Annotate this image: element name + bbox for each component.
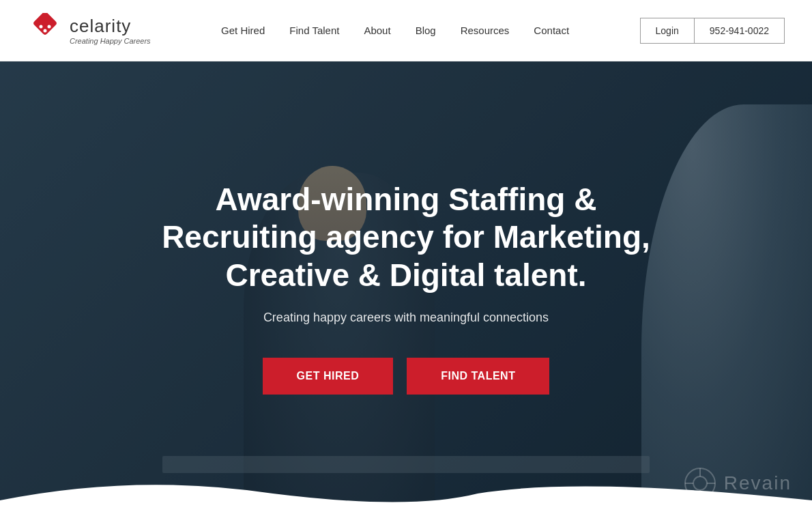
- header-actions: Login 952-941-0022: [640, 18, 785, 44]
- logo-icon: [27, 13, 63, 48]
- hero-get-hired-button[interactable]: Get Hired: [263, 358, 394, 395]
- main-nav: Get Hired Find Talent About Blog Resourc…: [221, 25, 569, 36]
- login-button[interactable]: Login: [640, 18, 694, 44]
- logo-text: celarity Creating Happy Careers: [70, 16, 151, 45]
- nav-contact[interactable]: Contact: [534, 25, 569, 36]
- svg-point-1: [40, 25, 43, 28]
- hero-title: Award-winning Staffing & Recruiting agen…: [143, 181, 669, 294]
- svg-point-3: [40, 33, 43, 36]
- nav-find-talent[interactable]: Find Talent: [289, 25, 339, 36]
- nav-resources[interactable]: Resources: [461, 25, 510, 36]
- svg-point-5: [44, 29, 47, 32]
- revain-text: Revain: [724, 472, 792, 494]
- revain-icon: [683, 466, 717, 500]
- logo[interactable]: celarity Creating Happy Careers: [27, 13, 151, 48]
- hero-find-talent-button[interactable]: Find Talent: [407, 358, 549, 395]
- nav-about[interactable]: About: [364, 25, 390, 36]
- hero-buttons: Get Hired Find Talent: [143, 358, 669, 395]
- nav-blog[interactable]: Blog: [416, 25, 436, 36]
- hero-content: Award-winning Staffing & Recruiting agen…: [116, 181, 696, 395]
- hero-section: Award-winning Staffing & Recruiting agen…: [0, 61, 812, 514]
- logo-name: celarity: [70, 16, 151, 37]
- site-header: celarity Creating Happy Careers Get Hire…: [0, 0, 812, 61]
- logo-tagline: Creating Happy Careers: [70, 37, 151, 45]
- phone-button[interactable]: 952-941-0022: [694, 18, 785, 44]
- revain-watermark: Revain: [683, 466, 792, 500]
- svg-point-2: [48, 25, 51, 28]
- nav-get-hired[interactable]: Get Hired: [221, 25, 265, 36]
- svg-point-4: [48, 33, 51, 36]
- hero-subtitle: Creating happy careers with meaningful c…: [143, 311, 669, 325]
- svg-point-7: [693, 476, 707, 490]
